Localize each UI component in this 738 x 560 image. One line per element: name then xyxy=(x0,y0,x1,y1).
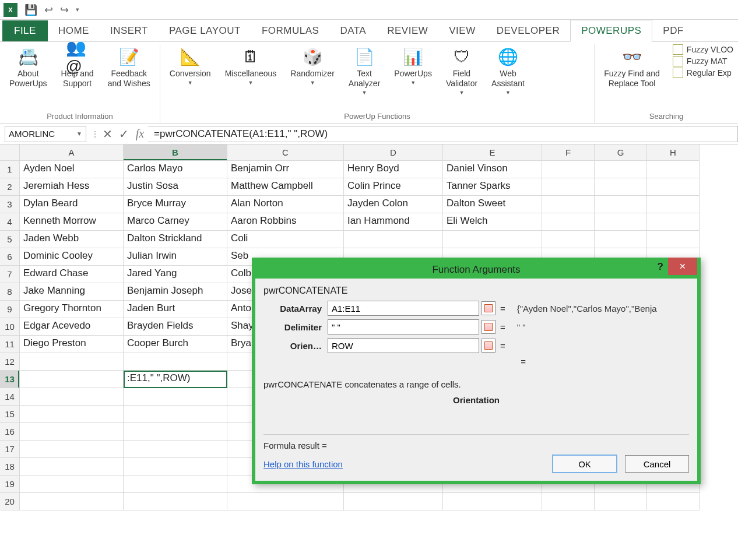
row-header-3[interactable]: 3 xyxy=(0,196,20,213)
cell-B3[interactable]: Bryce Murray xyxy=(124,196,227,213)
cell-G4[interactable] xyxy=(595,213,647,231)
col-header-H[interactable]: H xyxy=(647,145,700,161)
row-header-13[interactable]: 13 xyxy=(0,371,20,388)
powerup-fn-btn-6[interactable]: 🌐WebAssistant▼ xyxy=(487,44,529,97)
tab-data[interactable]: DATA xyxy=(329,20,377,41)
cell-E4[interactable]: Eli Welch xyxy=(443,213,542,231)
tab-insert[interactable]: INSERT xyxy=(100,20,159,41)
cell-C1[interactable]: Benjamin Orr xyxy=(227,161,344,178)
product-info-btn-1[interactable]: 👥@Help andSupport xyxy=(57,44,99,90)
row-header-11[interactable]: 11 xyxy=(0,336,20,353)
cell-H4[interactable] xyxy=(647,213,700,231)
cell-H20[interactable] xyxy=(647,493,700,510)
cell-B14[interactable] xyxy=(124,388,227,406)
cell-G5[interactable] xyxy=(595,231,647,248)
cell-B12[interactable] xyxy=(124,353,227,371)
arg-input-dataarray[interactable] xyxy=(328,301,479,316)
cell-A7[interactable]: Edward Chase xyxy=(20,266,124,283)
cell-A15[interactable] xyxy=(20,406,124,423)
cell-B8[interactable]: Benjamin Joseph xyxy=(124,283,227,301)
cell-F3[interactable] xyxy=(542,196,595,213)
cell-B18[interactable] xyxy=(124,458,227,476)
cell-H1[interactable] xyxy=(647,161,700,178)
formula-input[interactable]: =pwrCONCATENATE(A1:E11," ",ROW) xyxy=(148,126,738,142)
redo-icon[interactable]: ↪ xyxy=(60,3,69,16)
cell-D3[interactable]: Jayden Colon xyxy=(344,196,443,213)
cell-F20[interactable] xyxy=(542,493,595,510)
col-header-A[interactable]: A xyxy=(20,145,124,161)
product-info-btn-2[interactable]: 📝Feedbackand Wishes xyxy=(103,44,155,90)
row-header-6[interactable]: 6 xyxy=(0,248,20,266)
cell-A1[interactable]: Ayden Noel xyxy=(20,161,124,178)
cell-A16[interactable] xyxy=(20,423,124,441)
arg-input-delimiter[interactable] xyxy=(328,319,479,334)
cell-A11[interactable]: Diego Preston xyxy=(20,336,124,353)
powerup-fn-btn-0[interactable]: 📐Conversion▼ xyxy=(165,44,216,87)
cell-C3[interactable]: Alan Norton xyxy=(227,196,344,213)
cell-B9[interactable]: Jaden Burt xyxy=(124,301,227,318)
cell-E5[interactable] xyxy=(443,231,542,248)
cell-A4[interactable]: Kenneth Morrow xyxy=(20,213,124,231)
row-header-10[interactable]: 10 xyxy=(0,318,20,336)
row-header-8[interactable]: 8 xyxy=(0,283,20,301)
cell-B7[interactable]: Jared Yang xyxy=(124,266,227,283)
row-header-19[interactable]: 19 xyxy=(0,476,20,493)
cell-B13[interactable]: :E11," ",ROW) xyxy=(124,371,227,388)
tab-developer[interactable]: DEVELOPER xyxy=(486,20,570,41)
powerup-fn-btn-2[interactable]: 🎲Randomizer▼ xyxy=(286,44,339,87)
col-header-F[interactable]: F xyxy=(542,145,595,161)
cell-A2[interactable]: Jeremiah Hess xyxy=(20,178,124,196)
cell-B20[interactable] xyxy=(124,493,227,510)
col-header-E[interactable]: E xyxy=(443,145,542,161)
col-header-C[interactable]: C xyxy=(227,145,344,161)
cell-D20[interactable] xyxy=(344,493,443,510)
ok-button[interactable]: OK xyxy=(553,455,617,473)
cell-A14[interactable] xyxy=(20,388,124,406)
tab-view[interactable]: VIEW xyxy=(438,20,486,41)
row-header-15[interactable]: 15 xyxy=(0,406,20,423)
cell-F4[interactable] xyxy=(542,213,595,231)
powerup-fn-btn-1[interactable]: 🗓Miscellaneous▼ xyxy=(220,44,282,87)
cell-H5[interactable] xyxy=(647,231,700,248)
row-header-5[interactable]: 5 xyxy=(0,231,20,248)
cell-D1[interactable]: Henry Boyd xyxy=(344,161,443,178)
cancel-formula-button[interactable]: ✕ xyxy=(99,126,115,142)
tab-page-layout[interactable]: PAGE LAYOUT xyxy=(159,20,251,41)
powerup-fn-btn-3[interactable]: 📄TextAnalyzer▼ xyxy=(344,44,385,97)
cell-B6[interactable]: Julian Irwin xyxy=(124,248,227,266)
undo-icon[interactable]: ↩ xyxy=(44,3,53,16)
row-header-12[interactable]: 12 xyxy=(0,353,20,371)
cell-A19[interactable] xyxy=(20,476,124,493)
qat-customize-icon[interactable]: ▾ xyxy=(76,6,79,13)
cell-A6[interactable]: Dominic Cooley xyxy=(20,248,124,266)
cell-B2[interactable]: Justin Sosa xyxy=(124,178,227,196)
dialog-title-bar[interactable]: Function Arguments ? ✕ xyxy=(255,261,697,279)
range-picker-icon[interactable] xyxy=(482,320,495,334)
cell-H3[interactable] xyxy=(647,196,700,213)
select-all-corner[interactable] xyxy=(0,145,20,161)
cell-E20[interactable] xyxy=(443,493,542,510)
cell-F5[interactable] xyxy=(542,231,595,248)
col-header-G[interactable]: G xyxy=(595,145,647,161)
row-header-16[interactable]: 16 xyxy=(0,423,20,441)
cell-F2[interactable] xyxy=(542,178,595,196)
cell-B19[interactable] xyxy=(124,476,227,493)
tab-pdf[interactable]: PDF xyxy=(652,20,694,41)
cell-D5[interactable] xyxy=(344,231,443,248)
arg-input-orien…[interactable] xyxy=(328,338,479,353)
cell-G20[interactable] xyxy=(595,493,647,510)
chevron-down-icon[interactable]: ▼ xyxy=(76,131,82,137)
cancel-button[interactable]: Cancel xyxy=(625,455,689,473)
cell-G3[interactable] xyxy=(595,196,647,213)
range-picker-icon[interactable] xyxy=(482,301,495,315)
help-on-function-link[interactable]: Help on this function xyxy=(263,459,343,469)
cell-A17[interactable] xyxy=(20,441,124,458)
powerup-fn-btn-5[interactable]: 🛡FieldValidator▼ xyxy=(441,44,482,97)
cell-A20[interactable] xyxy=(20,493,124,510)
cell-A3[interactable]: Dylan Beard xyxy=(20,196,124,213)
cell-E1[interactable]: Daniel Vinson xyxy=(443,161,542,178)
cell-B1[interactable]: Carlos Mayo xyxy=(124,161,227,178)
enter-formula-button[interactable]: ✓ xyxy=(115,126,132,142)
row-header-2[interactable]: 2 xyxy=(0,178,20,196)
cell-C4[interactable]: Aaron Robbins xyxy=(227,213,344,231)
